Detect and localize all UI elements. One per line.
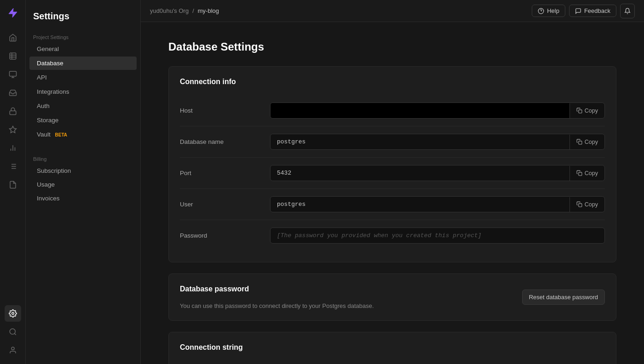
help-button[interactable]: Help	[532, 5, 565, 17]
help-icon	[538, 8, 544, 14]
tab-python[interactable]: Python	[376, 361, 407, 364]
breadcrumb-project[interactable]: my-blog	[198, 7, 219, 14]
nav-icon-storage[interactable]	[5, 85, 21, 101]
password-row: Password [The password you provided when…	[180, 220, 605, 251]
svg-rect-26	[579, 141, 582, 144]
db-password-desc: You can use this password to connect dir…	[180, 302, 374, 309]
feedback-button[interactable]: Feedback	[569, 5, 616, 17]
connection-string-card: Connection string PSQL URI Golang JDBC .…	[168, 332, 616, 364]
tab-golang[interactable]: Golang	[232, 361, 264, 364]
app-logo	[6, 6, 20, 20]
nav-title: Settings	[26, 7, 140, 31]
nav-icon-editor[interactable]	[5, 66, 21, 83]
host-copy-label: Copy	[585, 108, 598, 114]
user-value-wrapper: postgres Copy	[270, 196, 605, 212]
tab-jdbc[interactable]: JDBC	[264, 361, 293, 364]
svg-marker-9	[9, 126, 16, 133]
svg-marker-0	[9, 8, 17, 17]
database-password-card: Database password You can use this passw…	[168, 273, 616, 321]
db-name-value-wrapper: postgres Copy	[270, 134, 605, 150]
breadcrumb-org[interactable]: yud0uhu's Org	[150, 7, 189, 14]
project-settings-label: Project Settings	[26, 31, 140, 42]
top-bar-actions: Help Feedback	[532, 4, 635, 18]
port-copy-button[interactable]: Copy	[569, 166, 604, 181]
svg-point-19	[12, 313, 14, 315]
user-value: postgres	[270, 197, 569, 212]
nav-icon-reports[interactable]	[5, 140, 21, 156]
db-password-row: Database password You can use this passw…	[169, 274, 616, 320]
sidebar-item-usage[interactable]: Usage	[29, 178, 137, 191]
port-copy-label: Copy	[585, 170, 598, 176]
nav-icon-table[interactable]	[5, 48, 21, 64]
host-copy-button[interactable]: Copy	[569, 103, 604, 118]
svg-line-21	[14, 333, 16, 335]
tab-dotnet[interactable]: .NET	[293, 361, 319, 364]
icon-sidebar	[0, 0, 26, 364]
port-value: 5432	[270, 165, 569, 181]
svg-point-22	[12, 347, 14, 350]
user-label: User	[180, 201, 263, 208]
user-copy-label: Copy	[585, 201, 598, 208]
top-bar: yud0uhu's Org / my-blog Help Feedback	[141, 0, 644, 22]
user-row: User postgres Copy	[180, 189, 605, 220]
tab-uri[interactable]: URI	[209, 361, 232, 364]
page-title: Database Settings	[168, 40, 616, 53]
svg-rect-25	[579, 110, 582, 113]
nav-icon-settings[interactable]	[5, 305, 21, 322]
host-value-wrapper: ████████████████████████████████████ Cop…	[270, 102, 605, 119]
breadcrumb: yud0uhu's Org / my-blog	[150, 7, 532, 14]
nav-icon-user[interactable]	[5, 342, 21, 358]
feedback-label: Feedback	[584, 7, 610, 14]
nav-icon-logs[interactable]	[5, 158, 21, 175]
content-area: Database Settings Connection info Host █…	[141, 22, 644, 364]
copy-icon	[576, 170, 582, 176]
password-value-wrapper: [The password you provided when you crea…	[270, 228, 605, 244]
sidebar-item-vault[interactable]: Vault BETA	[29, 128, 137, 141]
port-value-wrapper: 5432 Copy	[270, 165, 605, 181]
vault-beta-badge: BETA	[55, 132, 67, 137]
notification-button[interactable]	[620, 4, 635, 18]
db-name-value: postgres	[270, 134, 569, 149]
sidebar-item-integrations[interactable]: Integrations	[29, 85, 137, 98]
tab-psql[interactable]: PSQL	[180, 361, 209, 364]
svg-point-20	[10, 329, 15, 334]
svg-rect-28	[579, 204, 582, 207]
db-name-row: Database name postgres Copy	[180, 126, 605, 158]
db-password-title: Database password	[180, 285, 374, 293]
nav-icon-auth[interactable]	[5, 103, 21, 119]
sidebar-item-database[interactable]: Database	[29, 57, 137, 70]
reset-password-button[interactable]: Reset database password	[522, 290, 605, 305]
bell-icon	[624, 8, 631, 14]
sidebar-item-general[interactable]: General	[29, 42, 137, 56]
host-row: Host ███████████████████████████████████…	[180, 95, 605, 126]
svg-rect-5	[9, 71, 16, 76]
sidebar-item-storage[interactable]: Storage	[29, 114, 137, 127]
svg-rect-1	[10, 53, 16, 59]
svg-rect-27	[579, 172, 582, 176]
copy-icon	[576, 139, 582, 145]
vault-label: Vault	[37, 131, 51, 138]
port-row: Port 5432 Copy	[180, 158, 605, 189]
user-copy-button[interactable]: Copy	[569, 197, 604, 212]
copy-icon	[576, 108, 582, 114]
sidebar-item-invoices[interactable]: Invoices	[29, 192, 137, 205]
host-label: Host	[180, 107, 263, 114]
main-area: yud0uhu's Org / my-blog Help Feedback Da…	[141, 0, 644, 364]
sidebar-item-api[interactable]: API	[29, 71, 137, 84]
password-value: [The password you provided when you crea…	[270, 228, 604, 243]
nav-icon-home[interactable]	[5, 29, 21, 46]
tab-nodejs[interactable]: Nodejs	[319, 361, 351, 364]
help-label: Help	[547, 7, 559, 14]
connection-info-title: Connection info	[180, 78, 605, 86]
db-name-label: Database name	[180, 138, 263, 145]
sidebar-item-subscription[interactable]: Subscription	[29, 164, 137, 177]
nav-icon-docs[interactable]	[5, 176, 21, 193]
svg-rect-8	[10, 111, 16, 114]
nav-icon-search[interactable]	[5, 324, 21, 340]
db-name-copy-button[interactable]: Copy	[569, 135, 604, 149]
nav-icon-functions[interactable]	[5, 121, 21, 138]
billing-section-label: Billing	[26, 153, 140, 164]
sidebar-item-auth[interactable]: Auth	[29, 99, 137, 113]
tab-php[interactable]: PHP	[351, 361, 376, 364]
db-password-text: Database password You can use this passw…	[180, 285, 374, 309]
